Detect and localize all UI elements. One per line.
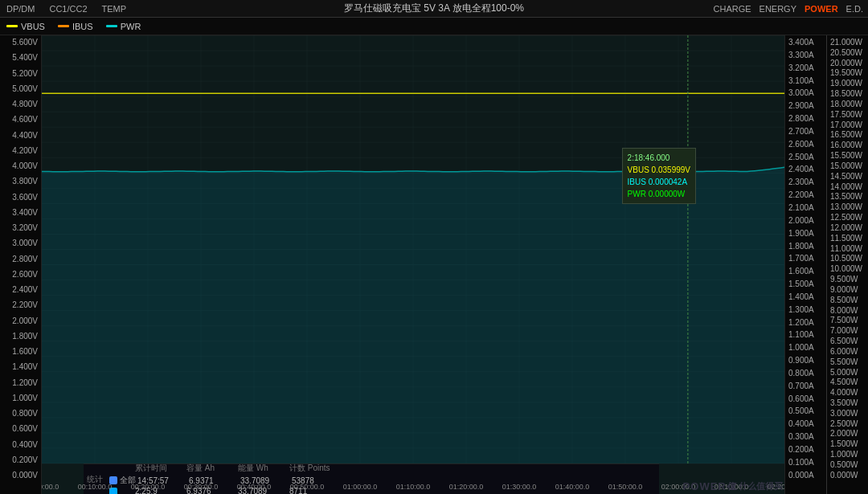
y-label-amp: 2.000A	[785, 217, 826, 225]
y-label-voltage: 1.800V	[0, 333, 41, 341]
y-label-watt: 10.000W	[827, 265, 868, 273]
y-label-watt: 14.000W	[827, 183, 868, 191]
y-label-watt: 8.500W	[827, 296, 868, 304]
x-label-time: 00:50:00.0	[290, 483, 325, 491]
nav-temp[interactable]: TEMP	[100, 4, 129, 14]
y-label-amp: 1.200A	[785, 319, 826, 327]
y-label-amp: 1.500A	[785, 280, 826, 288]
y-label-amp: 2.300A	[785, 178, 826, 186]
x-label-time: 00:10:00.0	[78, 483, 113, 491]
y-label-amp: 0.100A	[785, 459, 826, 467]
y-label-watt: 3.000W	[827, 410, 868, 418]
y-label-amp: 2.900A	[785, 102, 826, 110]
x-label-time: 01:40:00.0	[555, 483, 590, 491]
nav-right-group: CHARGE ENERGY POWER E.D.	[714, 4, 864, 14]
tooltip-vbus: VBUS 0.035999V	[628, 164, 690, 176]
y-label-watt: 9.000W	[827, 286, 868, 294]
legend-bar: VBUS IBUS PWR	[0, 18, 868, 35]
tooltip-vbus-label: VBUS	[628, 165, 649, 174]
brand-watermark: 值 什么值得买	[727, 480, 783, 492]
y-label-watt: 19.500W	[827, 69, 868, 77]
nav-dp-dm[interactable]: DP/DM	[5, 4, 36, 14]
nav-power[interactable]: POWER	[805, 4, 838, 14]
nav-energy[interactable]: ENERGY	[760, 4, 796, 14]
tooltip-vbus-value: 0.035999V	[652, 165, 690, 174]
y-label-voltage: 1.200V	[0, 379, 41, 387]
x-label-time: 01:10:00.0	[396, 483, 431, 491]
y-label-amp: 0.900A	[785, 357, 826, 365]
y-label-voltage: 3.600V	[0, 194, 41, 202]
chart-container: 5.600V5.400V5.200V5.000V4.800V4.600V4.40…	[0, 35, 868, 494]
y-label-watt: 2.000W	[827, 430, 868, 438]
y-label-voltage: 4.200V	[0, 147, 41, 155]
y-label-watt: 19.000W	[827, 80, 868, 88]
y-label-watt: 9.500W	[827, 276, 868, 284]
y-label-watt: 7.000W	[827, 327, 868, 335]
y-label-amp: 2.100A	[785, 204, 826, 212]
chart-svg	[42, 35, 784, 494]
legend-ibus: IBUS	[58, 22, 93, 31]
chart-area[interactable]: 2:18:46.000 VBUS 0.035999V IBUS 0.000042…	[42, 35, 784, 494]
y-label-watt: 11.500W	[827, 235, 868, 243]
nav-cc1-cc2[interactable]: CC1/CC2	[47, 4, 88, 14]
y-label-watt: 18.000W	[827, 100, 868, 108]
tooltip-ibus-label: IBUS	[628, 178, 646, 186]
y-label-watt: 15.000W	[827, 162, 868, 170]
y-label-watt: 0.500W	[827, 461, 868, 469]
y-label-watt: 3.500W	[827, 399, 868, 407]
y-label-voltage: 3.400V	[0, 209, 41, 217]
legend-ibus-dot	[58, 25, 69, 27]
x-label-time: 00:30:00.0	[184, 483, 219, 491]
y-label-voltage: 0.400V	[0, 441, 41, 449]
y-label-amp: 3.400A	[785, 39, 826, 47]
y-label-amp: 1.000A	[785, 344, 826, 352]
y-label-watt: 4.000W	[827, 389, 868, 397]
y-label-watt: 21.000W	[827, 39, 868, 47]
legend-vbus-label: VBUS	[21, 22, 45, 31]
x-label-time: 01:30:00.0	[502, 483, 537, 491]
y-label-amp: 1.600A	[785, 267, 826, 276]
y-label-amp: 1.800A	[785, 243, 826, 251]
tooltip-pwr: PWR 0.00000W	[628, 188, 690, 200]
x-label-time: 00:40:00.0	[237, 483, 272, 491]
y-label-watt: 7.500W	[827, 316, 868, 325]
y-label-amp: 0.300A	[785, 433, 826, 441]
y-label-watt: 12.500W	[827, 214, 868, 222]
x-label-time: 01:20:00.0	[449, 483, 484, 491]
y-label-watt: 20.000W	[827, 59, 868, 67]
y-label-amp: 3.000A	[785, 89, 826, 97]
y-label-watt: 6.500W	[827, 337, 868, 345]
y-label-amp: 2.200A	[785, 191, 826, 199]
y-label-voltage: 2.200V	[0, 301, 41, 309]
nav-ed[interactable]: E.D.	[846, 4, 863, 14]
y-label-voltage: 4.400V	[0, 132, 41, 140]
y-label-watt: 16.000W	[827, 141, 868, 149]
y-label-amp: 1.300A	[785, 306, 826, 314]
y-label-amp: 1.100A	[785, 331, 826, 339]
y-label-watt: 2.500W	[827, 420, 868, 428]
y-label-voltage: 5.000V	[0, 85, 41, 93]
chart-tooltip: 2:18:46.000 VBUS 0.035999V IBUS 0.000042…	[622, 148, 696, 204]
y-label-voltage: 1.000V	[0, 394, 41, 402]
nav-charge[interactable]: CHARGE	[714, 4, 751, 14]
y-label-voltage: 2.800V	[0, 255, 41, 263]
y-label-watt: 4.500W	[827, 378, 868, 386]
x-label-time: 00:20:00.0	[131, 483, 166, 491]
stats-col-points: 计数 Points	[289, 463, 339, 474]
y-axis-far-right: 21.000W20.500W20.000W19.500W19.000W18.50…	[826, 35, 868, 494]
tooltip-ibus: IBUS 0.000042A	[628, 176, 690, 188]
y-label-amp: 1.400A	[785, 293, 826, 301]
tooltip-time: 2:18:46.000	[628, 152, 690, 164]
stats-col-ah: 容量 Ah	[186, 463, 236, 474]
y-label-amp: 2.800A	[785, 115, 826, 123]
y-label-voltage: 5.200V	[0, 70, 41, 78]
x-label-time: 01:50:00.0	[608, 483, 643, 491]
y-label-voltage: 3.800V	[0, 178, 41, 186]
y-axis-right: 3.400A3.300A3.200A3.100A3.000A2.900A2.80…	[784, 35, 826, 494]
y-label-watt: 18.500W	[827, 90, 868, 98]
y-label-watt: 11.000W	[827, 245, 868, 253]
legend-pwr-dot	[106, 25, 117, 27]
y-label-voltage: 4.800V	[0, 100, 41, 108]
y-label-amp: 0.800A	[785, 369, 826, 378]
y-label-amp: 3.300A	[785, 51, 826, 59]
